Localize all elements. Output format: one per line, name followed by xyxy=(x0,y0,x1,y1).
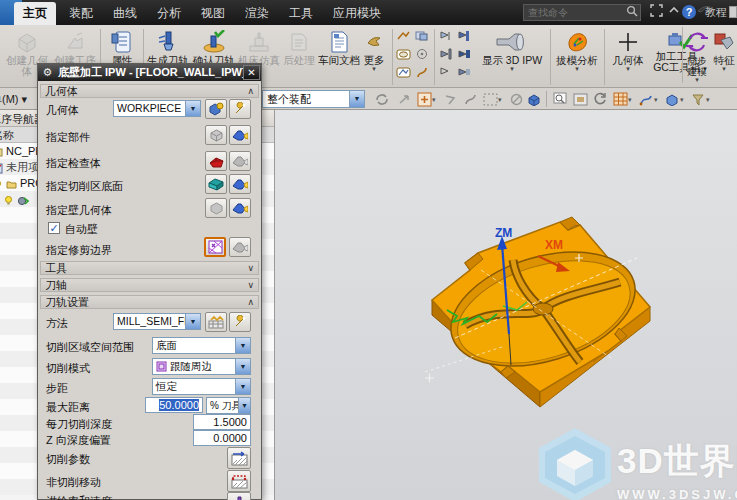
show-ipw-icon[interactable] xyxy=(456,47,471,61)
tab-application[interactable]: 应用模块 xyxy=(324,2,390,25)
postprocess-button: 后处理 xyxy=(281,27,317,85)
fit-view-icon[interactable] xyxy=(572,91,588,107)
show-3d-ipw-button[interactable]: 显示 3D IPW ▾ xyxy=(476,27,548,85)
window-minimize-icon[interactable] xyxy=(729,6,737,18)
grid-icon[interactable] xyxy=(612,91,628,107)
new-geometry-button[interactable] xyxy=(205,99,227,119)
max-distance-input[interactable]: 50.0000 xyxy=(145,397,203,413)
search-icon[interactable] xyxy=(624,5,640,21)
geometry-icon xyxy=(606,29,650,55)
machine-sim-icon xyxy=(237,29,281,55)
draft-analysis-icon xyxy=(553,29,601,55)
tab-tools[interactable]: 工具 xyxy=(280,2,322,25)
specify-part-button[interactable] xyxy=(205,125,227,145)
curve-icon[interactable] xyxy=(462,91,478,107)
tab-home[interactable]: 主页 xyxy=(14,2,56,25)
no-selection-filter-icon[interactable] xyxy=(508,91,524,107)
show-2d-ipw-icon[interactable] xyxy=(438,65,453,79)
geometry-button[interactable]: 几何体 ▾ xyxy=(606,27,650,85)
move-component-icon[interactable] xyxy=(396,91,412,107)
spline-icon[interactable] xyxy=(414,65,429,79)
section-tool-axis[interactable]: 刀轴∨ xyxy=(40,278,259,292)
non-cutting-moves-label: 非切削移动 xyxy=(46,475,101,490)
search-input[interactable] xyxy=(526,6,622,19)
edit-display-icon[interactable] xyxy=(396,29,411,43)
specify-wall-button[interactable] xyxy=(205,198,227,218)
z-offset-input[interactable]: 0.0000 xyxy=(193,430,251,446)
solid-body-filter-icon[interactable] xyxy=(526,91,542,107)
add-component-icon[interactable] xyxy=(416,91,432,107)
show-tool-icon[interactable] xyxy=(438,29,453,43)
show-hide-icon[interactable] xyxy=(396,47,411,61)
depth-per-cut-input[interactable]: 1.5000 xyxy=(193,414,251,430)
shop-doc-button[interactable]: 车间文档 xyxy=(317,27,361,85)
stepover-combo[interactable]: 恒定▼ xyxy=(152,378,251,395)
auto-wall-label: 自动壁 xyxy=(65,222,98,237)
auto-wall-checkbox[interactable]: ✓ xyxy=(48,222,60,234)
select-check-flashlight-button[interactable] xyxy=(229,151,251,171)
tab-render[interactable]: 渲染 xyxy=(236,2,278,25)
immersive-icon[interactable] xyxy=(396,65,411,79)
non-cutting-moves-button[interactable] xyxy=(227,470,251,492)
edit-geometry-wrench-button[interactable] xyxy=(229,99,251,119)
new-method-button[interactable] xyxy=(205,312,227,332)
cut-pattern-combo[interactable]: 跟随周边▼ xyxy=(152,358,251,375)
specify-check-button[interactable] xyxy=(205,151,227,171)
sketch-icon[interactable] xyxy=(638,91,654,107)
draft-analysis-button[interactable]: 拔模分析 ▾ xyxy=(553,27,601,85)
feature-button[interactable]: 特征 ▾ xyxy=(711,27,737,85)
specify-wall-label: 指定壁几何体 xyxy=(46,203,112,218)
tab-curve[interactable]: 曲线 xyxy=(104,2,146,25)
section-tool[interactable]: 工具∨ xyxy=(40,261,259,275)
menu-button[interactable]: 菜单(M) ▾ xyxy=(0,92,27,107)
method-combo[interactable]: MILL_SEMI_FINI▼ xyxy=(113,313,201,330)
max-distance-label: 最大距离 xyxy=(46,400,90,415)
more-button[interactable]: 更多 ▾ xyxy=(359,27,389,85)
tab-view[interactable]: 视图 xyxy=(192,2,234,25)
axis-label-zm: ZM xyxy=(495,226,512,240)
section-path-settings[interactable]: 刀轨设置∧ xyxy=(40,295,259,309)
shaded-view-icon[interactable] xyxy=(664,91,680,107)
object-display-icon[interactable] xyxy=(414,29,429,43)
section-geometry[interactable]: 几何体∧ xyxy=(40,84,259,98)
refresh-icon[interactable] xyxy=(374,91,390,107)
max-distance-unit-combo[interactable]: % 刀具▼ xyxy=(206,397,251,414)
cut-region-combo[interactable]: 底面▼ xyxy=(152,337,251,354)
specify-trim-button[interactable] xyxy=(204,237,226,257)
select-wall-flashlight-button[interactable] xyxy=(229,198,251,218)
sync-modeling-button[interactable]: 同步建模 ▾ xyxy=(684,27,710,85)
feature-icon xyxy=(711,29,737,55)
select-part-flashlight-button[interactable] xyxy=(229,125,251,145)
select-trim-flashlight-button[interactable] xyxy=(229,237,251,257)
minimize-ribbon-icon[interactable] xyxy=(666,4,682,20)
cutting-params-button[interactable] xyxy=(227,447,251,469)
dialog-options-gear-icon[interactable]: ⚙ xyxy=(40,65,55,80)
show-holder-icon[interactable] xyxy=(438,47,453,61)
datum-point-icon[interactable] xyxy=(414,47,429,61)
ipw-options-icon[interactable] xyxy=(456,65,471,79)
zoom-window-icon[interactable] xyxy=(552,91,568,107)
show-tool-shank-icon[interactable] xyxy=(456,29,471,43)
pattern-component-icon[interactable] xyxy=(442,91,458,107)
select-floor-flashlight-button[interactable] xyxy=(229,174,251,194)
view-filter-icon[interactable] xyxy=(690,91,706,107)
selection-scope-combo[interactable]: 整个装配 ▼ xyxy=(262,90,365,108)
tab-analysis[interactable]: 分析 xyxy=(148,2,190,25)
dialog-close-icon[interactable]: ✕ xyxy=(243,65,260,80)
edit-method-wrench-button[interactable] xyxy=(229,312,251,332)
command-search-box[interactable] xyxy=(523,4,641,21)
tab-assembly[interactable]: 装配 xyxy=(60,2,102,25)
more-icon xyxy=(359,29,389,55)
help-icon[interactable]: ? xyxy=(682,5,696,19)
chevron-down-icon[interactable]: ▼ xyxy=(349,91,364,107)
specify-floor-button[interactable] xyxy=(205,174,227,194)
marquee-select-icon[interactable] xyxy=(482,91,498,107)
rotate-view-icon[interactable] xyxy=(592,91,608,107)
tutorial-link[interactable]: 教程 xyxy=(705,5,727,20)
graphics-viewport[interactable]: ZM XM 3D世界网 WWW.3DSJW.COM xyxy=(274,110,737,500)
feeds-speeds-button[interactable] xyxy=(227,492,251,500)
properties-icon xyxy=(102,29,142,55)
geometry-combo[interactable]: WORKPIECE▼ xyxy=(113,100,201,117)
fullscreen-icon[interactable] xyxy=(648,4,664,20)
dialog-title-bar[interactable]: 底壁加工 IPW - [FLOOR_WALL_IPW] xyxy=(38,64,261,81)
